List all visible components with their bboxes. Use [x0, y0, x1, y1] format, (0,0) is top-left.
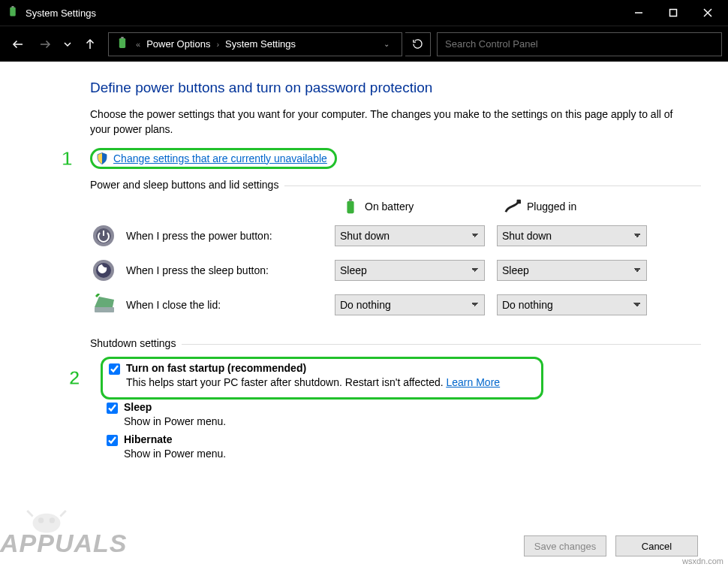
svg-rect-9	[119, 38, 125, 47]
watermark-brand: APPUALS	[0, 529, 127, 558]
breadcrumb-sep-icon: «	[136, 40, 140, 49]
page-heading: Define power buttons and turn on passwor…	[90, 80, 701, 96]
window-controls	[621, 2, 725, 24]
hibernate-option-desc: Show in Power menu.	[124, 448, 701, 460]
laptop-lid-icon	[90, 291, 117, 318]
breadcrumb[interactable]: « Power Options › System Settings ⌄	[108, 32, 402, 56]
svg-line-23	[60, 511, 65, 516]
breadcrumb-item-power-options[interactable]: Power Options	[143, 38, 213, 50]
col-header-battery: On battery	[335, 198, 485, 215]
svg-point-21	[50, 517, 55, 523]
power-sleep-group: Power and sleep buttons and lid settings…	[90, 185, 701, 318]
content-area: Define power buttons and turn on passwor…	[0, 62, 728, 460]
shutdown-settings-legend: Shutdown settings	[90, 337, 182, 349]
col-header-plugged: Plugged in	[497, 198, 647, 215]
row-power-label: When I press the power button:	[126, 230, 272, 242]
window-title: System Settings	[26, 8, 621, 19]
search-input[interactable]	[437, 32, 722, 56]
annotation-highlight-1: Change settings that are currently unava…	[90, 148, 337, 169]
breadcrumb-item-system-settings[interactable]: System Settings	[222, 38, 299, 50]
fast-startup-label: Turn on fast startup (recommended)	[126, 362, 306, 374]
sleep-checkbox[interactable]	[107, 403, 118, 414]
col-header-plugged-label: Plugged in	[527, 201, 576, 213]
refresh-button[interactable]	[405, 32, 431, 56]
plug-icon	[504, 198, 521, 215]
power-sleep-legend: Power and sleep buttons and lid settings	[90, 179, 284, 191]
svg-rect-10	[121, 37, 123, 39]
row-lid-label: When I close the lid:	[126, 299, 221, 311]
power-options-icon	[115, 37, 130, 52]
power-button-icon	[90, 222, 117, 249]
cancel-button[interactable]: Cancel	[615, 535, 698, 556]
annotation-callout-2: 2	[69, 366, 89, 389]
svg-rect-1	[12, 6, 14, 8]
save-changes-button[interactable]: Save changes	[524, 535, 606, 556]
svg-rect-3	[670, 10, 677, 17]
sleep-button-icon	[90, 257, 117, 284]
nav-up-button[interactable]	[78, 32, 102, 56]
chevron-down-icon[interactable]: ⌄	[375, 40, 399, 48]
annotation-highlight-2: Turn on fast startup (recommended) This …	[101, 357, 543, 400]
footer-buttons: Save changes Cancel	[524, 535, 698, 556]
svg-line-22	[27, 511, 32, 516]
svg-rect-12	[349, 199, 352, 201]
svg-rect-11	[347, 201, 353, 213]
lid-battery-select[interactable]: Do nothing	[335, 294, 485, 315]
annotation-callout-1: 1	[62, 147, 81, 170]
sleep-option-label: Sleep	[124, 401, 152, 413]
change-settings-link[interactable]: Change settings that are currently unava…	[113, 152, 327, 164]
fast-startup-desc-text: This helps start your PC faster after sh…	[126, 376, 447, 388]
chevron-right-icon: ›	[216, 40, 219, 49]
sleep-button-battery-select[interactable]: Sleep	[335, 260, 485, 281]
svg-point-20	[38, 517, 44, 523]
svg-rect-18	[95, 307, 114, 312]
row-sleep-button: When I press the sleep button:	[90, 257, 323, 284]
close-button[interactable]	[690, 2, 725, 24]
lid-plugged-select[interactable]: Do nothing	[497, 294, 647, 315]
toolbar: « Power Options › System Settings ⌄	[0, 26, 728, 62]
svg-rect-0	[10, 8, 16, 17]
row-lid: When I close the lid:	[90, 291, 323, 318]
maximize-button[interactable]	[656, 2, 690, 24]
fast-startup-description: This helps start your PC faster after sh…	[126, 376, 535, 388]
battery-icon	[342, 198, 359, 215]
hibernate-checkbox[interactable]	[107, 435, 118, 446]
learn-more-link[interactable]: Learn More	[447, 376, 501, 388]
fast-startup-checkbox[interactable]	[109, 363, 120, 375]
power-button-battery-select[interactable]: Shut down	[335, 225, 485, 246]
minimize-button[interactable]	[621, 2, 656, 24]
col-header-battery-label: On battery	[365, 201, 414, 213]
sleep-option-desc: Show in Power menu.	[124, 415, 701, 427]
row-sleep-label: When I press the sleep button:	[126, 264, 269, 276]
power-options-app-icon	[6, 6, 20, 20]
nav-back-button[interactable]	[6, 32, 30, 56]
power-button-plugged-select[interactable]: Shut down	[497, 225, 647, 246]
titlebar: System Settings	[0, 0, 728, 26]
row-power-button: When I press the power button:	[90, 222, 323, 249]
sleep-button-plugged-select[interactable]: Sleep	[497, 260, 647, 281]
shutdown-settings-group: Shutdown settings 2 Turn on fast startup…	[90, 344, 701, 460]
recent-locations-button[interactable]	[60, 32, 75, 56]
page-description: Choose the power settings that you want …	[90, 107, 675, 137]
svg-rect-13	[517, 199, 522, 204]
watermark-source: wsxdn.com	[682, 556, 723, 565]
nav-forward-button[interactable]	[33, 32, 57, 56]
hibernate-option-label: Hibernate	[124, 433, 173, 445]
shield-icon	[95, 152, 109, 165]
